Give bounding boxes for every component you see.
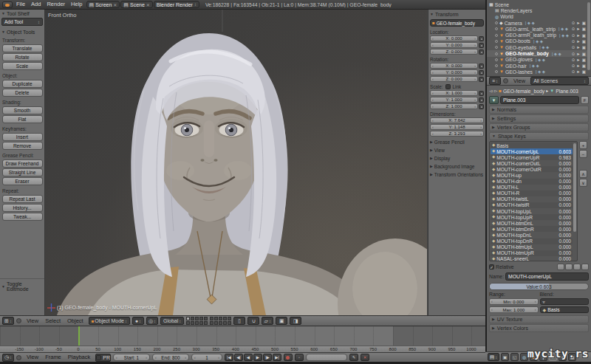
selectability-icon[interactable]: ► bbox=[576, 33, 580, 38]
vertex-group-field[interactable]: ▿ bbox=[540, 298, 590, 305]
shape-key-value[interactable]: 0.000 bbox=[558, 209, 571, 214]
object-tools-header[interactable]: ▼ Object Tools bbox=[0, 28, 44, 35]
shape-key-value[interactable]: 0.000 bbox=[558, 215, 571, 220]
increment-icon[interactable]: › bbox=[480, 132, 482, 136]
tool-button[interactable]: Smooth bbox=[2, 106, 43, 114]
selectability-icon[interactable]: ► bbox=[576, 52, 580, 56]
play-reverse-icon[interactable]: ◀ bbox=[244, 354, 253, 361]
datablock-name[interactable]: GEO-armR_leath_strip bbox=[505, 32, 556, 38]
shape-key-row[interactable]: ◆ MOUTH-btmDnL 0.000 bbox=[491, 220, 573, 226]
selectability-icon[interactable]: ► bbox=[576, 45, 580, 49]
current-frame-indicator[interactable] bbox=[78, 326, 80, 346]
lock-icon[interactable] bbox=[479, 70, 484, 75]
visibility-icon[interactable]: ⊙ bbox=[572, 63, 575, 68]
number-field[interactable]: ‹Z: 3.293› bbox=[430, 131, 484, 137]
tool-button[interactable]: Eraser bbox=[2, 177, 43, 185]
shape-key-row[interactable]: ◆ MOUTH-btmUpL 0.000 bbox=[491, 244, 573, 250]
shape-key-value[interactable]: 0.000 bbox=[558, 173, 571, 178]
shapekey-option-icon[interactable] bbox=[573, 264, 581, 270]
expand-dot-icon[interactable] bbox=[495, 46, 498, 49]
outliner-row[interactable]: GEO-gloves | ◈ ◈ ⊙ ► ▣ bbox=[487, 57, 591, 63]
renderability-icon[interactable]: ▣ bbox=[582, 27, 586, 31]
renderability-icon[interactable]: ▣ bbox=[582, 69, 586, 74]
shape-key-value[interactable]: 0.000 bbox=[558, 161, 571, 166]
shape-key-value[interactable]: 0.000 bbox=[558, 233, 571, 238]
breadcrumb-object[interactable]: GEO-female_body bbox=[503, 89, 544, 94]
increment-icon[interactable]: › bbox=[474, 92, 476, 95]
outliner-row[interactable]: GEO-lashes | ◈ ◈ ⊙ ► ▣ bbox=[487, 69, 591, 75]
scale-link-checkbox[interactable] bbox=[445, 84, 451, 89]
jump-to-end-icon[interactable]: ▶| bbox=[273, 354, 281, 361]
tool-button[interactable]: Straight Line bbox=[2, 168, 43, 176]
outliner-row[interactable]: GEO-eyeballs | ◈ ◈ ⊙ ► ▣ bbox=[487, 44, 591, 50]
visibility-icon[interactable]: ⊙ bbox=[572, 27, 575, 31]
lock-icon[interactable] bbox=[479, 104, 484, 109]
number-field[interactable]: ‹X: 7.642› bbox=[430, 117, 484, 123]
datablock-name[interactable]: GEO-hair bbox=[505, 63, 527, 69]
render-engine-select[interactable]: Blender Render ↕ bbox=[154, 1, 199, 8]
remove-shapekey-button[interactable]: − bbox=[579, 150, 587, 158]
datablock-name[interactable]: Scene bbox=[495, 2, 509, 7]
decrement-icon[interactable]: ‹ bbox=[432, 126, 434, 129]
expand-dot-icon[interactable] bbox=[495, 58, 498, 61]
increment-icon[interactable]: › bbox=[474, 64, 476, 68]
shape-key-row[interactable]: ◆ MOUTH-topUpL 0.000 bbox=[491, 208, 573, 214]
expand-dot-icon[interactable] bbox=[495, 64, 498, 67]
shape-key-row[interactable]: ◆ MOUTH-cornerUpL 0.603 bbox=[491, 148, 573, 154]
number-field[interactable]: ‹Y: 0.000› bbox=[430, 69, 478, 75]
scrollbar[interactable] bbox=[587, 2, 590, 70]
number-field[interactable]: ‹Y: 0.000› bbox=[430, 42, 478, 48]
increment-icon[interactable]: › bbox=[474, 71, 476, 75]
menu-item[interactable]: Render bbox=[44, 0, 68, 9]
outliner-row[interactable]: GEO-armR_leath_strip | ◈ ◈ ⊙ ► ▣ bbox=[487, 32, 591, 38]
lock-icon[interactable] bbox=[479, 63, 484, 69]
selectability-icon[interactable]: ► bbox=[576, 39, 580, 44]
panel-header[interactable]: ▶ Transform Orientations bbox=[430, 170, 484, 178]
expand-dot-icon[interactable] bbox=[495, 21, 498, 24]
next-keyframe-icon[interactable]: |▶ bbox=[263, 354, 272, 361]
panel-header[interactable]: ▶ Background Image bbox=[430, 162, 484, 170]
decrement-icon[interactable]: ‹ bbox=[432, 78, 434, 81]
jump-to-start-icon[interactable]: |◀ bbox=[225, 354, 233, 361]
menu-item[interactable]: Frame bbox=[42, 353, 64, 362]
toggle-editmode-panel[interactable]: ▼ Toggle Editmode bbox=[0, 278, 44, 292]
close-icon[interactable]: ✕ bbox=[146, 2, 150, 7]
panel-header[interactable]: ▶ Grease Pencil bbox=[430, 137, 484, 145]
shapekey-option-icon[interactable] bbox=[581, 264, 589, 270]
datablock-name[interactable]: World bbox=[500, 14, 513, 19]
renderability-icon[interactable]: ▣ bbox=[582, 39, 586, 44]
decrement-icon[interactable]: ‹ bbox=[432, 98, 434, 102]
increment-icon[interactable]: › bbox=[474, 105, 476, 109]
expand-dot-icon[interactable] bbox=[495, 70, 498, 73]
shape-key-value[interactable]: 0.000 bbox=[558, 244, 571, 250]
tool-button[interactable]: Flat bbox=[2, 115, 43, 123]
increment-icon[interactable]: › bbox=[474, 98, 476, 102]
outliner-row[interactable]: GEO-boots | ◈ ◈ ⊙ ► ▣ bbox=[487, 38, 591, 44]
shape-key-value[interactable]: 0.000 bbox=[558, 185, 571, 190]
properties-tab-icon[interactable] bbox=[501, 353, 509, 361]
lock-icon[interactable] bbox=[479, 36, 484, 41]
shape-key-value[interactable]: 0.000 bbox=[558, 202, 571, 207]
visibility-icon[interactable]: ⊙ bbox=[572, 21, 575, 25]
transform-panel-header[interactable]: ▼ Transform bbox=[430, 10, 484, 18]
renderability-icon[interactable]: ▣ bbox=[582, 52, 586, 56]
visibility-icon[interactable]: ⊙ bbox=[572, 45, 575, 49]
viewport-shading-selector[interactable]: ●↕ bbox=[132, 317, 144, 325]
shape-key-row[interactable]: ◆ MOUTH-cornerUpR 0.983 bbox=[491, 154, 573, 160]
renderability-icon[interactable]: ▣ bbox=[582, 45, 586, 49]
menu-item[interactable]: Playback bbox=[65, 353, 93, 362]
shape-key-row[interactable]: ◆ MOUTH-btmDnR 0.000 bbox=[491, 226, 573, 232]
datablock-name[interactable]: GEO-lashes bbox=[505, 69, 533, 75]
number-field[interactable]: ‹X: 0.000› bbox=[430, 63, 478, 69]
lock-icon[interactable] bbox=[479, 77, 484, 82]
datablock-name[interactable]: RenderLayers bbox=[501, 8, 533, 13]
decrement-icon[interactable]: ‹ bbox=[432, 71, 434, 75]
delete-keyframe-icon[interactable]: ✕ bbox=[361, 354, 369, 361]
shape-key-value[interactable]: 0.000 bbox=[558, 221, 571, 226]
outliner-row[interactable]: GEO-hair | ◈ ◈ ⊙ ► ▣ bbox=[487, 63, 591, 69]
snap-element-selector[interactable]: ▱↕ bbox=[262, 317, 273, 325]
shape-key-value[interactable]: 0.000 bbox=[558, 238, 571, 244]
auto-keying-icon[interactable]: ◦ bbox=[295, 354, 304, 361]
tool-shelf-header[interactable]: ▼ Tool Shelf bbox=[0, 10, 44, 17]
timeline-ruler[interactable]: -150-100-5005010015020025030035040045050… bbox=[0, 346, 485, 352]
